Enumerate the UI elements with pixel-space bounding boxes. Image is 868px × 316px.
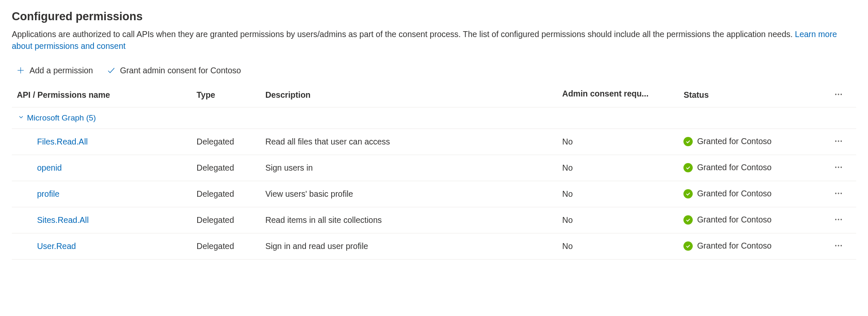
check-icon (107, 66, 116, 75)
col-header-description[interactable]: Description (262, 83, 559, 107)
chevron-down-icon (18, 113, 24, 123)
table-row: openid Delegated Sign users in No Grante… (12, 155, 856, 181)
svg-point-17 (835, 245, 836, 246)
row-more-button[interactable] (832, 135, 845, 149)
table-header-row: API / Permissions name Type Description … (12, 83, 856, 107)
more-icon (834, 163, 843, 173)
permission-admin-consent: No (559, 155, 680, 181)
more-icon (834, 215, 843, 225)
svg-point-6 (838, 140, 839, 142)
permission-type: Delegated (193, 181, 262, 207)
permissions-table: API / Permissions name Type Description … (12, 83, 856, 260)
permission-type: Delegated (193, 233, 262, 259)
table-row: User.Read Delegated Sign in and read use… (12, 233, 856, 259)
granted-check-icon (683, 215, 693, 225)
permission-description: Read items in all site collections (262, 207, 559, 233)
svg-point-8 (835, 166, 836, 168)
svg-point-5 (835, 140, 836, 142)
table-row: Sites.Read.All Delegated Read items in a… (12, 207, 856, 233)
table-row: Files.Read.All Delegated Read all files … (12, 129, 856, 155)
granted-check-icon (683, 163, 693, 172)
permission-admin-consent: No (559, 207, 680, 233)
add-permission-button[interactable]: Add a permission (15, 64, 94, 77)
permission-description: View users' basic profile (262, 181, 559, 207)
page-description: Applications are authorized to call APIs… (12, 28, 855, 52)
page-title: Configured permissions (12, 10, 856, 23)
status-text: Granted for Contoso (697, 215, 772, 225)
permission-name-link[interactable]: openid (37, 163, 62, 172)
add-permission-label: Add a permission (29, 66, 93, 75)
svg-point-7 (840, 140, 841, 142)
permission-name-link[interactable]: Files.Read.All (37, 137, 88, 146)
header-more-button[interactable] (832, 88, 845, 102)
row-more-button[interactable] (832, 187, 845, 201)
col-header-status[interactable]: Status (680, 83, 828, 107)
permission-admin-consent: No (559, 129, 680, 155)
status-text: Granted for Contoso (697, 189, 772, 198)
more-icon (834, 137, 843, 147)
row-more-button[interactable] (832, 239, 845, 253)
status-badge: Granted for Contoso (683, 215, 772, 225)
svg-point-18 (838, 245, 839, 246)
grant-consent-label: Grant admin consent for Contoso (120, 66, 241, 75)
status-badge: Granted for Contoso (683, 241, 772, 251)
status-badge: Granted for Contoso (683, 137, 772, 146)
more-icon (834, 90, 843, 100)
description-text: Applications are authorized to call APIs… (12, 29, 795, 39)
svg-point-13 (840, 193, 841, 194)
status-text: Granted for Contoso (697, 137, 772, 146)
permission-type: Delegated (193, 129, 262, 155)
status-badge: Granted for Contoso (683, 189, 772, 198)
col-header-actions (829, 83, 856, 107)
permission-name-link[interactable]: profile (37, 189, 59, 198)
col-header-type[interactable]: Type (193, 83, 262, 107)
col-header-consent[interactable]: Admin consent requ... (559, 83, 680, 107)
granted-check-icon (683, 137, 693, 146)
api-group-toggle[interactable]: Microsoft Graph (5) (18, 113, 96, 123)
svg-point-12 (838, 193, 839, 194)
permission-name-link[interactable]: Sites.Read.All (37, 215, 88, 225)
permission-description: Sign in and read user profile (262, 233, 559, 259)
col-header-name[interactable]: API / Permissions name (12, 83, 193, 107)
more-icon (834, 189, 843, 199)
permission-admin-consent: No (559, 181, 680, 207)
svg-point-15 (838, 219, 839, 220)
row-more-button[interactable] (832, 213, 845, 227)
svg-point-10 (840, 166, 841, 168)
plus-icon (16, 66, 25, 75)
granted-check-icon (683, 241, 693, 251)
status-text: Granted for Contoso (697, 163, 772, 172)
svg-point-16 (840, 219, 841, 220)
permission-description: Sign users in (262, 155, 559, 181)
permission-type: Delegated (193, 207, 262, 233)
svg-point-19 (840, 245, 841, 246)
svg-point-11 (835, 193, 836, 194)
more-icon (834, 241, 843, 252)
status-badge: Granted for Contoso (683, 163, 772, 172)
status-text: Granted for Contoso (697, 241, 772, 251)
svg-point-14 (835, 219, 836, 220)
permission-name-link[interactable]: User.Read (37, 241, 76, 251)
grant-consent-button[interactable]: Grant admin consent for Contoso (106, 64, 242, 77)
svg-point-2 (835, 94, 836, 95)
svg-point-3 (838, 94, 839, 95)
svg-point-4 (840, 94, 841, 95)
permission-admin-consent: No (559, 233, 680, 259)
api-group-row: Microsoft Graph (5) (12, 107, 856, 129)
permission-type: Delegated (193, 155, 262, 181)
api-group-label: Microsoft Graph (5) (27, 113, 96, 123)
granted-check-icon (683, 189, 693, 198)
toolbar: Add a permission Grant admin consent for… (12, 64, 856, 83)
permission-description: Read all files that user can access (262, 129, 559, 155)
svg-point-9 (838, 166, 839, 168)
table-row: profile Delegated View users' basic prof… (12, 181, 856, 207)
row-more-button[interactable] (832, 161, 845, 175)
